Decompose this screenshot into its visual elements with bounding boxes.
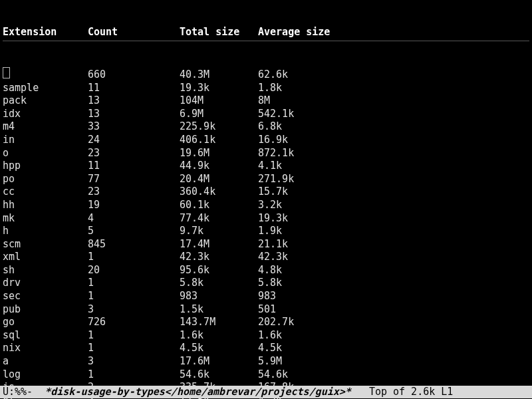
cell-count: 1 [88, 368, 180, 382]
header-count[interactable]: Count [88, 26, 180, 39]
table-row[interactable]: log154.6k54.6k [3, 368, 529, 382]
cell-count: 660 [88, 68, 180, 82]
modeline-position: Top of 2.6k L1 [351, 386, 454, 398]
cell-count: 77 [88, 173, 180, 186]
cell-count: 13 [88, 108, 180, 121]
cell-count: 11 [88, 160, 180, 173]
table-row[interactable]: sec1983983 [3, 290, 529, 303]
table-row[interactable]: go726143.7M202.7k [3, 316, 529, 329]
table-row[interactable]: a317.6M5.9M [3, 355, 529, 368]
cell-count: 1 [88, 290, 180, 303]
cell-average-size: 8M [258, 94, 351, 108]
table-row[interactable]: idx136.9M542.1k [3, 108, 529, 121]
buffer-area: ExtensionCountTotal sizeAverage size 660… [0, 0, 532, 399]
cell-average-size: 3.2k [258, 199, 351, 212]
cell-count: 1 [88, 277, 180, 290]
cell-average-size: 5.9M [258, 355, 351, 368]
table-row[interactable]: pub31.5k501 [3, 303, 529, 317]
cell-extension: po [3, 173, 88, 186]
cell-extension: hh [3, 199, 88, 212]
cell-total-size: 1.5k [180, 303, 258, 317]
cell-total-size: 104M [180, 94, 258, 108]
header-extension[interactable]: Extension [3, 26, 88, 39]
cell-extension: go [3, 316, 88, 329]
cell-extension: sql [3, 329, 88, 342]
header-total-size[interactable]: Total size [180, 26, 258, 39]
cell-total-size: 360.4k [180, 186, 258, 199]
cell-average-size: 501 [258, 303, 351, 317]
cell-total-size: 406.1k [180, 134, 258, 147]
table-body: 66040.3M62.6ksample1119.3k1.8kpack13104M… [3, 67, 529, 399]
cell-count: 845 [88, 238, 180, 251]
cell-average-size: 542.1k [258, 108, 351, 121]
cell-average-size: 6.8k [258, 120, 351, 134]
cell-count: 20 [88, 264, 180, 277]
cell-extension: log [3, 368, 88, 382]
table-row[interactable]: nix14.5k4.5k [3, 342, 529, 355]
table-row[interactable]: xml142.3k42.3k [3, 251, 529, 264]
cell-total-size: 143.7M [180, 316, 258, 329]
cell-total-size: 17.6M [180, 355, 258, 368]
table-row[interactable]: m433225.9k6.8k [3, 120, 529, 134]
cell-extension: sec [3, 290, 88, 303]
cell-count: 3 [88, 355, 180, 368]
cell-total-size: 1.6k [180, 329, 258, 342]
table-row[interactable]: pack13104M8M [3, 94, 529, 108]
cell-total-size: 44.9k [180, 160, 258, 173]
cell-average-size: 4.5k [258, 342, 351, 355]
table-row[interactable]: 66040.3M62.6k [3, 67, 529, 82]
cell-total-size: 42.3k [180, 251, 258, 264]
cell-total-size: 19.6M [180, 147, 258, 160]
cell-total-size: 4.5k [180, 342, 258, 355]
cell-count: 1 [88, 251, 180, 264]
cell-average-size: 872.1k [258, 147, 351, 160]
cell-average-size: 42.3k [258, 251, 351, 264]
cell-total-size: 5.8k [180, 277, 258, 290]
cell-count: 13 [88, 94, 180, 108]
table-row[interactable]: hpp1144.9k4.1k [3, 160, 529, 173]
cell-extension: idx [3, 108, 88, 121]
cell-count: 1 [88, 342, 180, 355]
cell-count: 726 [88, 316, 180, 329]
cell-average-size: 1.8k [258, 82, 351, 95]
cell-count: 33 [88, 120, 180, 134]
cell-total-size: 6.9M [180, 108, 258, 121]
cursor [3, 67, 10, 78]
cell-average-size: 16.9k [258, 134, 351, 147]
cell-average-size: 19.3k [258, 212, 351, 225]
table-row[interactable]: h59.7k1.9k [3, 225, 529, 238]
modeline-status: U:%%- [3, 386, 45, 398]
table-row[interactable]: sh2095.6k4.8k [3, 264, 529, 277]
cell-total-size: 983 [180, 290, 258, 303]
cell-extension: m4 [3, 120, 88, 134]
cell-average-size: 4.1k [258, 160, 351, 173]
table-row[interactable]: mk477.4k19.3k [3, 212, 529, 225]
table-row[interactable]: drv15.8k5.8k [3, 277, 529, 290]
table-row[interactable]: hh1960.1k3.2k [3, 199, 529, 212]
cell-extension: pub [3, 303, 88, 317]
cell-total-size: 54.6k [180, 368, 258, 382]
cell-average-size: 62.6k [258, 68, 351, 82]
cell-count: 5 [88, 225, 180, 238]
table-row[interactable]: scm84517.4M21.1k [3, 238, 529, 251]
table-row[interactable]: in24406.1k16.9k [3, 134, 529, 147]
cell-extension: hpp [3, 160, 88, 173]
header-average-size[interactable]: Average size [258, 26, 351, 39]
cell-total-size: 9.7k [180, 225, 258, 238]
cell-average-size: 15.7k [258, 186, 351, 199]
table-header[interactable]: ExtensionCountTotal sizeAverage size [3, 26, 529, 41]
cell-count: 4 [88, 212, 180, 225]
cell-total-size: 77.4k [180, 212, 258, 225]
cell-total-size: 20.4M [180, 173, 258, 186]
cell-extension: in [3, 134, 88, 147]
table-row[interactable]: o2319.6M872.1k [3, 147, 529, 160]
table-row[interactable]: po7720.4M271.9k [3, 173, 529, 186]
cell-count: 1 [88, 329, 180, 342]
cell-total-size: 60.1k [180, 199, 258, 212]
cell-extension: sh [3, 264, 88, 277]
table-row[interactable]: sql11.6k1.6k [3, 329, 529, 342]
cell-extension: nix [3, 342, 88, 355]
cell-average-size: 4.8k [258, 264, 351, 277]
table-row[interactable]: cc23360.4k15.7k [3, 186, 529, 199]
table-row[interactable]: sample1119.3k1.8k [3, 82, 529, 95]
